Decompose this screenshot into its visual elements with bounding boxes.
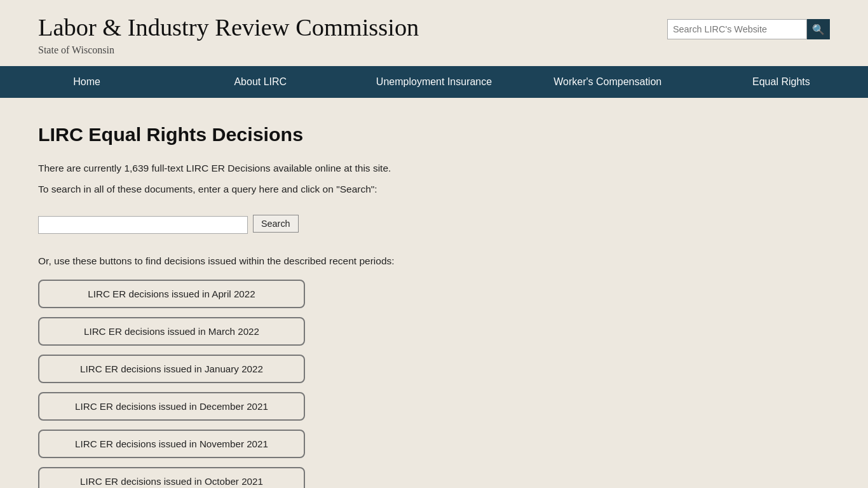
decision-btn-march-2022[interactable]: LIRC ER decisions issued in March 2022 [38, 317, 305, 346]
nav-item-workers-compensation[interactable]: Worker's Compensation [521, 66, 695, 98]
site-title-block: Labor & Industry Review Commission State… [38, 13, 419, 56]
decision-btn-december-2021[interactable]: LIRC ER decisions issued in December 202… [38, 392, 305, 421]
main-search-input[interactable] [38, 216, 248, 234]
main-content: LIRC Equal Rights Decisions There are cu… [0, 98, 572, 488]
header-search-bar: 🔍 [667, 19, 830, 39]
nav-item-about-lirc[interactable]: About LIRC [173, 66, 347, 98]
site-title: Labor & Industry Review Commission [38, 13, 419, 42]
decision-btn-october-2021[interactable]: LIRC ER decisions issued in October 2021 [38, 467, 305, 488]
decision-btn-january-2022[interactable]: LIRC ER decisions issued in January 2022 [38, 355, 305, 383]
decision-buttons-list: LIRC ER decisions issued in April 2022 L… [38, 280, 534, 488]
main-nav: Home About LIRC Unemployment Insurance W… [0, 66, 868, 98]
nav-item-home[interactable]: Home [0, 66, 173, 98]
nav-link-workers-compensation[interactable]: Worker's Compensation [521, 66, 695, 98]
period-text: Or, use these buttons to find decisions … [38, 255, 534, 267]
nav-list: Home About LIRC Unemployment Insurance W… [0, 66, 868, 98]
main-search-button[interactable]: Search [253, 215, 299, 233]
nav-link-unemployment-insurance[interactable]: Unemployment Insurance [347, 66, 520, 98]
header-search-input[interactable] [667, 19, 807, 39]
main-search-section: Search [38, 206, 534, 244]
header-search-icon: 🔍 [812, 24, 825, 36]
site-header: Labor & Industry Review Commission State… [0, 0, 868, 66]
site-subtitle: State of Wisconsin [38, 44, 419, 56]
nav-item-equal-rights[interactable]: Equal Rights [695, 66, 868, 98]
page-title: LIRC Equal Rights Decisions [38, 123, 534, 146]
decision-btn-april-2022[interactable]: LIRC ER decisions issued in April 2022 [38, 280, 305, 308]
description-text-2: To search in all of these documents, ent… [38, 182, 534, 196]
decision-btn-november-2021[interactable]: LIRC ER decisions issued in November 202… [38, 430, 305, 458]
nav-link-equal-rights[interactable]: Equal Rights [695, 66, 868, 98]
description-text-1: There are currently 1,639 full-text LIRC… [38, 161, 534, 175]
nav-link-home[interactable]: Home [0, 66, 173, 98]
nav-link-about-lirc[interactable]: About LIRC [173, 66, 347, 98]
header-search-button[interactable]: 🔍 [807, 19, 830, 39]
nav-item-unemployment-insurance[interactable]: Unemployment Insurance [347, 66, 520, 98]
